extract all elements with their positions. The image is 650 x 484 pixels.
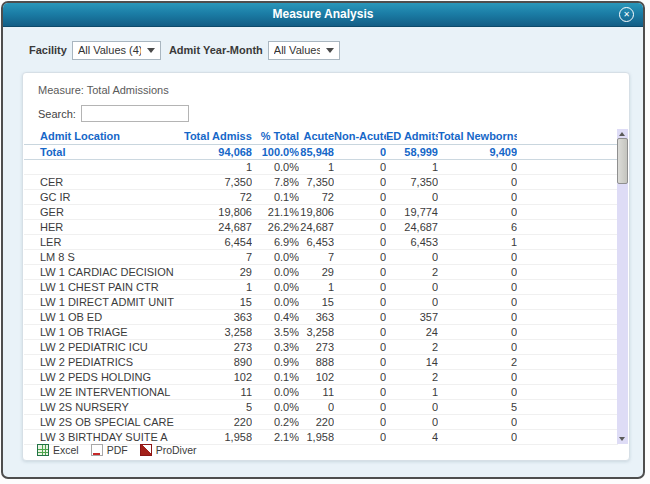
cell-total-admissions: 19,806 xyxy=(184,204,252,219)
cell-admit-location: HER xyxy=(24,219,184,234)
cell-acute: 72 xyxy=(299,189,334,204)
cell-total-newborns: 0 xyxy=(438,339,517,354)
cell-filler xyxy=(517,189,618,204)
facility-dropdown[interactable]: All Values (4) xyxy=(72,41,161,60)
cell-acute: 7 xyxy=(299,249,334,264)
cell-ed-admits: 7,350 xyxy=(386,174,438,189)
column-header-admit-location[interactable]: Admit Location xyxy=(24,129,184,144)
cell-filler xyxy=(517,414,618,429)
cell-ed-admits: 0 xyxy=(386,414,438,429)
cell-non-acute: 0 xyxy=(334,189,386,204)
admit-year-month-dropdown[interactable]: All Values (58) xyxy=(268,41,340,60)
cell-admit-location: Total xyxy=(24,144,184,159)
table-row[interactable]: LW 2S OB SPECIAL CARE2200.2%220000 xyxy=(24,414,618,429)
cell-total-newborns: 0 xyxy=(438,429,517,444)
table-row[interactable]: LW 1 DIRECT ADMIT UNIT150.0%15000 xyxy=(24,294,618,309)
cell-non-acute: 0 xyxy=(334,324,386,339)
table-row[interactable]: LW 2 PEDIATRICS8900.9%8880142 xyxy=(24,354,618,369)
cell-admit-location: LER xyxy=(24,234,184,249)
facility-label: Facility xyxy=(29,44,67,56)
cell-admit-location: CER xyxy=(24,174,184,189)
table-row[interactable]: LW 1 OB ED3630.4%36303570 xyxy=(24,309,618,324)
cell-admit-location: LW 2 PEDIATRICS xyxy=(24,354,184,369)
table-row[interactable]: LW 1 OB TRIAGE3,2583.5%3,2580240 xyxy=(24,324,618,339)
table-row[interactable]: LW 1 CARDIAC DECISION290.0%29020 xyxy=(24,264,618,279)
cell-acute: 273 xyxy=(299,339,334,354)
total-row[interactable]: Total94,068100.0%85,948058,9999,409 xyxy=(24,144,618,159)
cell-non-acute: 0 xyxy=(334,309,386,324)
export-pdf-button[interactable]: PDF xyxy=(91,444,128,456)
column-header-non-acute[interactable]: Non-Acute xyxy=(334,129,386,144)
vertical-scrollbar[interactable] xyxy=(617,129,628,444)
table-row[interactable]: HER24,68726.2%24,687024,6876 xyxy=(24,219,618,234)
cell-total: 0.2% xyxy=(252,414,299,429)
cell-total-admissions: 220 xyxy=(184,414,252,429)
cell-ed-admits: 2 xyxy=(386,369,438,384)
cell-ed-admits: 0 xyxy=(386,399,438,414)
table-row[interactable]: LW 2 PEDIATRIC ICU2730.3%273020 xyxy=(24,339,618,354)
cell-total-newborns: 5 xyxy=(438,399,517,414)
cell-total-newborns: 1 xyxy=(438,234,517,249)
cell-filler xyxy=(517,294,618,309)
column-header-total-admissions[interactable]: Total Admissions xyxy=(184,129,252,144)
table-row[interactable]: LW 2 PEDS HOLDING1020.1%102020 xyxy=(24,369,618,384)
cell-total: 7.8% xyxy=(252,174,299,189)
cell-total-newborns: 0 xyxy=(438,249,517,264)
table-header-row: Admit LocationTotal Admissions% TotalAcu… xyxy=(24,129,618,144)
cell-total-newborns: 0 xyxy=(438,294,517,309)
table-row[interactable]: LW 3 BIRTHDAY SUITE A1,9582.1%1,958040 xyxy=(24,429,618,444)
cell-admit-location: LW 1 CHEST PAIN CTR xyxy=(24,279,184,294)
cell-total-admissions: 1 xyxy=(184,159,252,174)
table-row[interactable]: CER7,3507.8%7,35007,3500 xyxy=(24,174,618,189)
table-row[interactable]: LW 1 CHEST PAIN CTR10.0%1000 xyxy=(24,279,618,294)
cell-non-acute: 0 xyxy=(334,369,386,384)
cell-filler xyxy=(517,399,618,414)
cell-admit-location: LW 1 DIRECT ADMIT UNIT xyxy=(24,294,184,309)
column-header-total[interactable]: % Total xyxy=(252,129,299,144)
export-excel-button[interactable]: Excel xyxy=(37,444,79,456)
export-excel-label: Excel xyxy=(53,444,79,456)
cell-total-newborns: 0 xyxy=(438,159,517,174)
table-row[interactable]: GER19,80621.1%19,806019,7740 xyxy=(24,204,618,219)
cell-admit-location: LW 3 BIRTHDAY SUITE A xyxy=(24,429,184,444)
cell-admit-location: LW 1 OB TRIAGE xyxy=(24,324,184,339)
table-row[interactable]: GC IR720.1%72000 xyxy=(24,189,618,204)
measure-analysis-dialog: Measure Analysis ✕ Facility All Values (… xyxy=(1,1,645,479)
cell-acute: 19,806 xyxy=(299,204,334,219)
cell-ed-admits: 4 xyxy=(386,429,438,444)
table-row[interactable]: LM 8 S70.0%7000 xyxy=(24,249,618,264)
column-header-total-newborns[interactable]: Total Newborns xyxy=(438,129,517,144)
cell-ed-admits: 58,999 xyxy=(386,144,438,159)
column-header-ed-admits[interactable]: ED Admits xyxy=(386,129,438,144)
chevron-down-icon xyxy=(326,48,334,53)
scrollbar-thumb[interactable] xyxy=(617,138,628,184)
close-icon[interactable]: ✕ xyxy=(619,7,634,22)
table-row[interactable]: LER6,4546.9%6,45306,4531 xyxy=(24,234,618,249)
cell-non-acute: 0 xyxy=(334,354,386,369)
table-row[interactable]: 10.0%1010 xyxy=(24,159,618,174)
cell-total-newborns: 0 xyxy=(438,309,517,324)
column-header-acute[interactable]: Acute xyxy=(299,129,334,144)
cell-non-acute: 0 xyxy=(334,429,386,444)
cell-filler xyxy=(517,234,618,249)
scroll-down-icon[interactable] xyxy=(619,437,625,441)
cell-non-acute: 0 xyxy=(334,339,386,354)
export-prodiver-button[interactable]: ProDiver xyxy=(140,444,197,456)
table-row[interactable]: LW 2S NURSERY50.0%0005 xyxy=(24,399,618,414)
table-row[interactable]: LW 2E INTERVENTIONAL110.0%11010 xyxy=(24,384,618,399)
search-input[interactable] xyxy=(81,105,189,122)
cell-acute: 220 xyxy=(299,414,334,429)
cell-total: 0.1% xyxy=(252,369,299,384)
cell-ed-admits: 0 xyxy=(386,294,438,309)
cell-total-admissions: 15 xyxy=(184,294,252,309)
cell-total-admissions: 102 xyxy=(184,369,252,384)
cell-total-newborns: 0 xyxy=(438,384,517,399)
cell-acute: 6,453 xyxy=(299,234,334,249)
cell-non-acute: 0 xyxy=(334,159,386,174)
scroll-up-icon[interactable] xyxy=(619,132,625,136)
cell-acute: 11 xyxy=(299,384,334,399)
cell-total: 2.1% xyxy=(252,429,299,444)
cell-total-newborns: 0 xyxy=(438,204,517,219)
cell-admit-location: LW 1 CARDIAC DECISION xyxy=(24,264,184,279)
cell-total: 3.5% xyxy=(252,324,299,339)
